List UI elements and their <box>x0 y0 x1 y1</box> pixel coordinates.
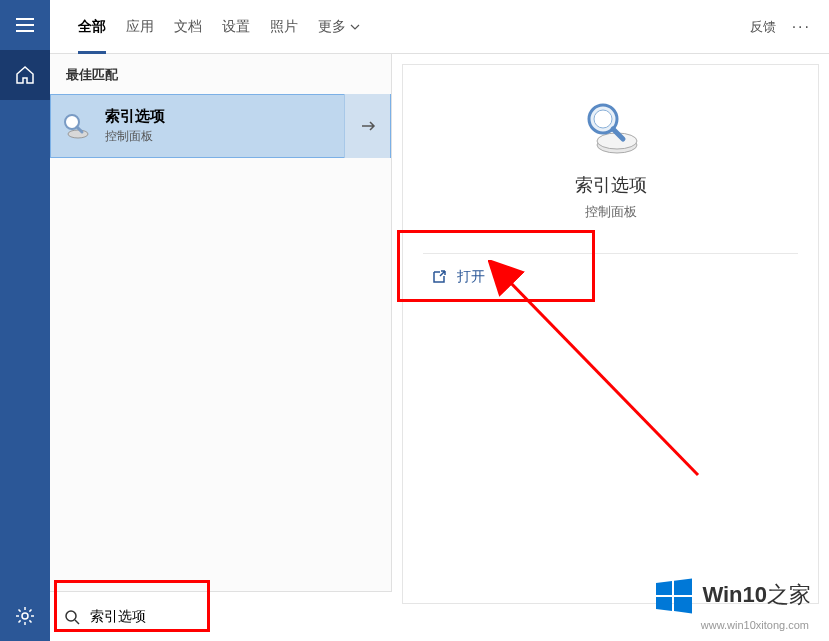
header: 全部 应用 文档 设置 照片 更多 反馈 ··· <box>50 0 829 54</box>
menu-button[interactable] <box>0 0 50 50</box>
result-text: 索引选项 控制面板 <box>101 107 344 145</box>
gear-icon <box>15 606 35 626</box>
more-options-button[interactable]: ··· <box>792 18 811 36</box>
open-icon <box>431 269 447 285</box>
search-bar <box>50 591 392 641</box>
home-icon <box>15 65 35 85</box>
svg-point-0 <box>22 613 28 619</box>
left-rail <box>0 0 50 641</box>
chevron-down-icon <box>350 24 360 30</box>
preview-panel: 索引选项 控制面板 打开 <box>392 54 829 641</box>
arrow-right-icon <box>360 120 376 132</box>
open-action[interactable]: 打开 <box>423 253 798 300</box>
watermark: Win10之家 <box>654 575 811 615</box>
tab-docs[interactable]: 文档 <box>164 0 212 54</box>
preview-card: 索引选项 控制面板 打开 <box>402 64 819 604</box>
hamburger-icon <box>16 18 34 32</box>
tab-all[interactable]: 全部 <box>68 0 116 54</box>
svg-point-1 <box>68 130 88 138</box>
tab-more-label: 更多 <box>318 18 346 36</box>
result-title: 索引选项 <box>105 107 344 126</box>
search-input[interactable] <box>90 609 378 625</box>
tab-more[interactable]: 更多 <box>308 0 370 54</box>
home-button[interactable] <box>0 50 50 100</box>
settings-button[interactable] <box>0 591 50 641</box>
tab-photos[interactable]: 照片 <box>260 0 308 54</box>
open-label: 打开 <box>457 268 485 286</box>
svg-point-6 <box>594 110 612 128</box>
windows-logo-icon <box>654 575 694 615</box>
watermark-url: www.win10xitong.com <box>701 619 809 631</box>
tab-settings[interactable]: 设置 <box>212 0 260 54</box>
best-match-header: 最佳匹配 <box>50 54 391 94</box>
tab-apps[interactable]: 应用 <box>116 0 164 54</box>
preview-title: 索引选项 <box>575 173 647 197</box>
indexing-options-icon <box>51 110 101 142</box>
results-panel: 最佳匹配 索引选项 控制面板 <box>50 54 392 641</box>
result-arrow-button[interactable] <box>344 94 390 158</box>
svg-point-7 <box>66 611 76 621</box>
feedback-link[interactable]: 反馈 <box>750 18 776 36</box>
watermark-brand-suffix: 之家 <box>767 582 811 607</box>
result-subtitle: 控制面板 <box>105 128 344 145</box>
result-item-indexing-options[interactable]: 索引选项 控制面板 <box>50 94 391 158</box>
watermark-brand-prefix: Win10 <box>702 582 767 607</box>
indexing-options-large-icon <box>579 95 643 159</box>
preview-subtitle: 控制面板 <box>585 203 637 221</box>
search-icon <box>64 609 80 625</box>
